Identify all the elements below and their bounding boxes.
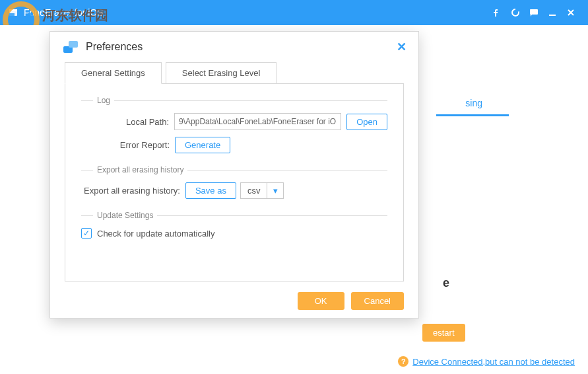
chevron-down-icon[interactable]: ▾ xyxy=(267,183,283,198)
status-bar: ? Device Connected,but can not be detect… xyxy=(0,349,588,374)
format-value: csv xyxy=(241,183,268,198)
bg-text-fragment: e xyxy=(443,276,449,290)
error-report-label: Error Report: xyxy=(81,140,175,150)
auto-update-label: Check for update automatically xyxy=(97,229,214,239)
save-as-button[interactable]: Save as xyxy=(185,182,236,199)
dialog-close-icon[interactable]: ✕ xyxy=(397,40,407,54)
cancel-button[interactable]: Cancel xyxy=(351,292,404,310)
tab-general-settings[interactable]: General Settings xyxy=(65,62,162,84)
dialog-header: Preferences ✕ xyxy=(50,32,418,62)
local-path-label: Local Path: xyxy=(81,117,174,127)
section-update: Update Settings ✓ Check for update autom… xyxy=(81,211,387,239)
tab-select-erasing-level[interactable]: Select Erasing Level xyxy=(166,62,277,84)
ok-button[interactable]: OK xyxy=(298,292,344,310)
close-icon[interactable] xyxy=(562,3,580,22)
bg-tab-underline xyxy=(436,114,509,116)
section-export-title: Export all erasing history xyxy=(97,165,183,174)
auto-update-checkbox[interactable]: ✓ xyxy=(81,228,92,239)
open-button[interactable]: Open xyxy=(346,114,387,130)
status-link[interactable]: Device Connected,but can not be detected xyxy=(412,357,575,367)
section-log-title: Log xyxy=(97,96,110,105)
svg-rect-8 xyxy=(530,9,538,15)
section-log: Log Local Path: Open Error Report: Gener… xyxy=(81,96,387,153)
warning-icon: ? xyxy=(398,356,408,367)
tab-body: Log Local Path: Open Error Report: Gener… xyxy=(65,83,404,281)
facebook-icon[interactable] xyxy=(488,3,506,22)
svg-rect-9 xyxy=(549,15,556,16)
section-export: Export all erasing history Export all er… xyxy=(81,165,387,199)
minimize-icon[interactable] xyxy=(543,3,562,22)
export-history-label: Export all erasing history: xyxy=(81,186,185,196)
dialog-footer: OK Cancel xyxy=(298,292,404,310)
refresh-icon[interactable] xyxy=(506,3,525,22)
dialog-tabs: General Settings Select Erasing Level xyxy=(50,62,418,84)
generate-button[interactable]: Generate xyxy=(175,137,230,153)
svg-text:河东软件园: 河东软件园 xyxy=(42,8,108,22)
local-path-input[interactable] xyxy=(174,113,341,130)
restart-button-fragment[interactable]: estart xyxy=(422,324,465,342)
preferences-icon xyxy=(62,38,79,56)
svg-rect-11 xyxy=(69,41,78,48)
dialog-title: Preferences xyxy=(86,41,143,53)
section-update-title: Update Settings xyxy=(97,211,153,220)
bg-tab-fragment: sing xyxy=(465,98,482,108)
format-select[interactable]: csv ▾ xyxy=(240,182,284,199)
preferences-dialog: Preferences ✕ General Settings Select Er… xyxy=(49,31,419,318)
feedback-icon[interactable] xyxy=(525,3,543,22)
